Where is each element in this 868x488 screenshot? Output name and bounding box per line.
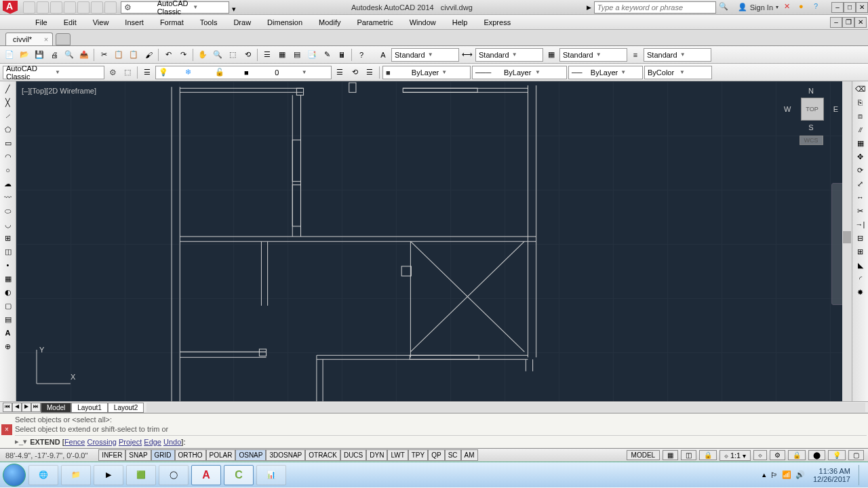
tab-last-icon[interactable]: ⏭ (31, 403, 41, 412)
construction-line-icon[interactable]: ╳ (1, 96, 15, 108)
menu-view[interactable]: View (85, 16, 117, 28)
offset-icon[interactable]: ⫽ (854, 123, 867, 136)
workspace-selector[interactable]: AutoCAD Classic ▼ (121, 1, 229, 14)
rotate-icon[interactable]: ⟳ (854, 164, 867, 176)
addselection-icon[interactable]: ⊕ (1, 340, 15, 352)
doc-minimize[interactable]: – (830, 17, 842, 28)
layer-props-icon[interactable]: ☰ (140, 66, 154, 79)
signin-button[interactable]: 👤 Sign In ▾ (738, 3, 778, 12)
erase-icon[interactable]: ⌫ (854, 83, 867, 95)
minimize-button[interactable]: – (831, 2, 844, 13)
command-input-line[interactable]: ▸_▾ EXTEND [ Fence Crossing Project Edge… (15, 435, 867, 446)
stretch-icon[interactable]: ↔ (854, 191, 867, 203)
close-tab-icon[interactable]: × (44, 35, 48, 43)
taskbar-app2[interactable]: 📊 (256, 465, 286, 485)
arc-icon[interactable]: ◠ (1, 150, 15, 163)
tab-model[interactable]: Model (41, 403, 71, 413)
stayconnected-icon[interactable]: ● (799, 2, 810, 13)
tray-network-icon[interactable]: 📶 (782, 470, 791, 479)
match-icon[interactable]: 🖌 (142, 48, 155, 62)
mirror-icon[interactable]: ⧈ (854, 110, 867, 122)
dimstyle-icon[interactable]: ⟷ (460, 48, 474, 62)
workspace-switch-icon[interactable]: ⚙ (770, 450, 785, 460)
make-block-icon[interactable]: ◫ (1, 245, 15, 258)
my-workspace-icon[interactable]: ⬚ (121, 66, 134, 79)
explode-icon[interactable]: ✸ (854, 286, 867, 298)
table-icon[interactable]: ▤ (1, 313, 15, 325)
insert-block-icon[interactable]: ⊞ (1, 232, 15, 244)
taskbar-media[interactable]: ▶ (94, 465, 123, 485)
redo-icon[interactable] (104, 1, 117, 14)
array-icon[interactable]: ▦ (854, 137, 867, 149)
zoom-prev-icon[interactable]: ⟲ (241, 48, 254, 62)
menu-express[interactable]: Express (475, 16, 519, 28)
doc-close[interactable]: ✕ (854, 17, 867, 28)
preview-icon[interactable]: 🔍 (62, 48, 76, 62)
layer-prev-icon[interactable]: ⟲ (348, 66, 361, 79)
menu-draw[interactable]: Draw (225, 16, 259, 28)
cut-icon[interactable]: ✂ (97, 48, 111, 62)
isolate-icon[interactable]: 💡 (828, 450, 846, 460)
zoom-icon[interactable]: 🔍 (211, 48, 224, 62)
open-icon[interactable] (37, 1, 49, 14)
taskbar-clock[interactable]: 11:36 AM 12/26/2017 (809, 467, 854, 483)
taskbar-explorer[interactable]: 📁 (61, 465, 91, 485)
trim-icon[interactable]: ✂ (854, 205, 867, 217)
markup-icon[interactable]: ✎ (320, 48, 334, 62)
menu-dimension[interactable]: Dimension (259, 16, 311, 28)
save-icon[interactable] (50, 1, 62, 14)
plot-icon[interactable] (64, 1, 76, 14)
taskbar-ie[interactable]: 🌐 (28, 465, 58, 485)
anno-scale-select[interactable]: ⟐ 1:1 ▾ (719, 450, 751, 461)
new-icon[interactable]: 📄 (3, 48, 16, 62)
toggle-ortho[interactable]: ORTHO (175, 449, 206, 461)
table-style-select[interactable]: Standard▼ (559, 48, 627, 62)
close-button[interactable]: ✕ (856, 2, 868, 13)
toggle-otrack[interactable]: OTRACK (305, 449, 340, 461)
dim-style-select[interactable]: Standard▼ (475, 48, 543, 62)
tray-expand-icon[interactable]: ▴ (762, 470, 766, 479)
maximize-button[interactable]: □ (844, 2, 856, 13)
workspace-select-2[interactable]: AutoCAD Classic▼ (3, 66, 104, 79)
polygon-icon[interactable]: ⬠ (1, 123, 15, 136)
taskbar-autocad[interactable]: A (191, 465, 221, 485)
toggle-3dosnap[interactable]: 3DOSNAP (266, 449, 305, 461)
menu-parametric[interactable]: Parametric (349, 16, 401, 28)
anno-vis-icon[interactable]: ⟐ (753, 450, 767, 460)
polyline-icon[interactable]: ⟋ (1, 110, 15, 122)
revcloud-icon[interactable]: ☁ (1, 178, 15, 190)
menu-format[interactable]: Format (152, 16, 192, 28)
workspace-settings-icon[interactable] (106, 66, 119, 79)
lineweight-select[interactable]: ── ByLayer▼ (568, 66, 643, 79)
tray-volume-icon[interactable]: 🔊 (795, 470, 805, 479)
plotstyle-select[interactable]: ByColor▼ (644, 66, 712, 79)
region-icon[interactable]: ▢ (1, 300, 15, 312)
taskbar-chrome[interactable]: ◯ (159, 465, 189, 485)
toggle-osnap[interactable]: OSNAP (235, 449, 266, 461)
toggle-lwt[interactable]: LWT (387, 449, 408, 461)
cmd-close-icon[interactable]: × (1, 424, 12, 435)
save-icon[interactable]: 💾 (33, 48, 46, 62)
calc-icon[interactable]: 🖩 (335, 48, 349, 62)
redo-icon[interactable]: ↷ (176, 48, 190, 62)
tray-flag-icon[interactable]: 🏳 (770, 471, 778, 479)
tab-prev-icon[interactable]: ◀ (12, 403, 22, 412)
pan-icon[interactable]: ✋ (196, 48, 210, 62)
fillet-icon[interactable]: ◜ (854, 272, 867, 285)
view-cube[interactable]: N W TOP E S WCS (784, 87, 838, 155)
menu-insert[interactable]: Insert (117, 16, 152, 28)
toggle-tpy[interactable]: TPY (408, 449, 428, 461)
search-btn-icon[interactable]: 🔍 (719, 2, 730, 13)
mtext-icon[interactable]: A (1, 327, 15, 339)
exchange-icon[interactable]: ✕ (784, 2, 795, 13)
toggle-infer[interactable]: INFER (98, 449, 125, 461)
tab-next-icon[interactable]: ▶ (22, 403, 31, 412)
color-select[interactable]: ■ ByLayer▼ (382, 66, 471, 79)
app-menu-button[interactable] (3, 1, 18, 14)
toggle-am[interactable]: AM (461, 449, 478, 461)
quick-view-icon[interactable]: ◫ (681, 450, 696, 460)
paste-icon[interactable]: 📋 (127, 48, 140, 62)
rectangle-icon[interactable]: ▭ (1, 137, 15, 149)
viewcube-n[interactable]: N (784, 87, 838, 95)
viewcube-top[interactable]: TOP (801, 98, 824, 121)
